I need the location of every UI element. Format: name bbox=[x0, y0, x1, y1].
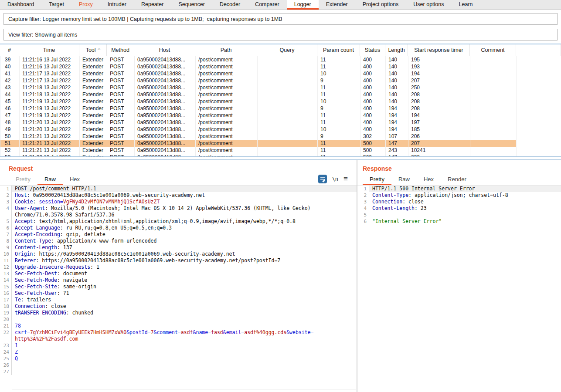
cell-time: 11:21:16 13 Jul 2022 bbox=[20, 56, 80, 63]
tab-proxy[interactable]: Proxy bbox=[71, 0, 100, 10]
column-header-comment[interactable]: Comment bbox=[470, 44, 516, 56]
request-tab-raw[interactable]: Raw bbox=[37, 174, 63, 185]
cell-start-response-timer: 208 bbox=[408, 98, 470, 105]
response-tab-pretty[interactable]: Pretty bbox=[363, 174, 391, 185]
response-editor[interactable]: 1HTTP/1.1 500 Internal Server Error2Cont… bbox=[357, 186, 561, 392]
line-content: Sec-Fetch-Dest: document bbox=[12, 270, 357, 277]
column-header-length[interactable]: Length bbox=[385, 44, 408, 56]
cell-comment bbox=[470, 147, 517, 154]
column-header-param-count[interactable]: Param count bbox=[317, 44, 360, 56]
cell-status: 400 bbox=[360, 112, 386, 119]
table-row[interactable]: 5311:21:22 13 Jul 2022ExtenderPOST0a9500… bbox=[0, 154, 561, 156]
tab-target[interactable]: Target bbox=[41, 0, 71, 10]
view-filter-bar[interactable]: View filter: Showing all items bbox=[3, 29, 558, 41]
column-header-time[interactable]: Time bbox=[19, 44, 79, 56]
tab-sequencer[interactable]: Sequencer bbox=[171, 0, 212, 10]
cell-tool: Extender bbox=[80, 154, 107, 156]
column-header-method[interactable]: Method bbox=[107, 44, 134, 56]
line-content: POST /post/comment HTTP/1.1 bbox=[12, 186, 357, 192]
text-segment: Content-Type bbox=[372, 192, 408, 198]
column-header-status[interactable]: Status bbox=[360, 44, 385, 56]
tab-decoder[interactable]: Decoder bbox=[212, 0, 248, 10]
cell-method: POST bbox=[107, 56, 135, 63]
column-label-tool: Tool bbox=[86, 47, 96, 53]
line-number: 1 bbox=[0, 186, 12, 192]
request-tab-pretty[interactable]: Pretty bbox=[9, 174, 37, 185]
cell-length: 140 bbox=[386, 63, 408, 70]
column-header-path[interactable]: Path bbox=[195, 44, 257, 56]
horizontal-splitter[interactable] bbox=[0, 156, 561, 160]
capture-filter-bar[interactable]: Capture filter: Logger memory limit set … bbox=[3, 13, 558, 25]
table-row-selected[interactable]: 5111:21:21 13 Jul 2022ExtenderPOST0a9500… bbox=[0, 140, 561, 147]
tab-repeater[interactable]: Repeater bbox=[134, 0, 171, 10]
text-segment: Host bbox=[15, 192, 27, 198]
column-header-tool[interactable]: Tool^ bbox=[79, 44, 107, 56]
response-tab-raw[interactable]: Raw bbox=[391, 174, 417, 185]
cell-start-response-timer: 207 bbox=[408, 77, 470, 84]
column-header-start-response-timer[interactable]: Start response timer bbox=[408, 44, 470, 56]
table-row[interactable]: 4111:21:17 13 Jul 2022ExtenderPOST0a9500… bbox=[0, 70, 561, 77]
tab-intruder[interactable]: Intruder bbox=[100, 0, 134, 10]
table-row[interactable]: 4811:21:20 13 Jul 2022ExtenderPOST0a9500… bbox=[0, 119, 561, 126]
cell-number: 42 bbox=[0, 77, 20, 84]
column-header-query[interactable]: Query bbox=[257, 44, 317, 56]
text-segment: : trailers bbox=[21, 297, 51, 303]
table-row[interactable]: 4011:21:16 13 Jul 2022ExtenderPOST0a9500… bbox=[0, 63, 561, 70]
cell-status: 400 bbox=[360, 105, 386, 112]
view-filter-text: View filter: Showing all items bbox=[8, 32, 77, 38]
line-content: Sec-Fetch-User: ?1 bbox=[12, 290, 357, 297]
cell-path: /post/comment bbox=[196, 105, 258, 112]
cell-query bbox=[258, 56, 318, 63]
cell-comment bbox=[470, 98, 517, 105]
response-tab-render[interactable]: Render bbox=[441, 174, 473, 185]
editor-line: 3Cookie: session=VgFWy4D2vMfON7vMNMhjQ1S… bbox=[0, 199, 357, 205]
table-row[interactable]: 4211:21:17 13 Jul 2022ExtenderPOST0a9500… bbox=[0, 77, 561, 84]
line-content: Accept-Encoding: gzip, deflate bbox=[12, 231, 357, 238]
tab-learn[interactable]: Learn bbox=[452, 0, 480, 10]
editor-menu-icon[interactable]: ≡ bbox=[343, 176, 348, 182]
newline-marker-icon[interactable]: \n bbox=[332, 176, 338, 182]
cell-start-response-timer: 185 bbox=[408, 126, 470, 133]
cell-param-count: 11 bbox=[318, 112, 360, 119]
cell-time: 11:21:20 13 Jul 2022 bbox=[20, 126, 80, 133]
tab-project-options[interactable]: Project options bbox=[355, 0, 406, 10]
tab-dashboard[interactable]: Dashboard bbox=[0, 0, 41, 10]
cell-number: 53 bbox=[0, 154, 20, 156]
table-row[interactable]: 5011:21:21 13 Jul 2022ExtenderPOST0a9500… bbox=[0, 133, 561, 140]
table-row[interactable]: 4611:21:19 13 Jul 2022ExtenderPOST0a9500… bbox=[0, 105, 561, 112]
table-row[interactable]: 4311:21:18 13 Jul 2022ExtenderPOST0a9500… bbox=[0, 84, 561, 91]
cell-method: POST bbox=[107, 147, 135, 154]
editor-line: 5 bbox=[357, 212, 561, 218]
word-wrap-icon[interactable] bbox=[318, 175, 327, 183]
line-content bbox=[369, 212, 561, 218]
request-tab-hex[interactable]: Hex bbox=[63, 174, 87, 185]
cell-param-count: 10 bbox=[318, 126, 360, 133]
tab-comparer[interactable]: Comparer bbox=[248, 0, 287, 10]
tab-user-options[interactable]: User options bbox=[406, 0, 451, 10]
cell-param-count: 9 bbox=[318, 77, 360, 84]
table-row[interactable]: 5211:21:21 13 Jul 2022ExtenderPOST0a9500… bbox=[0, 147, 561, 154]
column-header-number[interactable]: # bbox=[0, 44, 19, 56]
cell-time: 11:21:19 13 Jul 2022 bbox=[20, 98, 80, 105]
cell-path: /post/comment bbox=[196, 119, 258, 126]
text-segment: "Internal Server Error" bbox=[372, 218, 442, 224]
tab-extender[interactable]: Extender bbox=[319, 0, 355, 10]
table-row[interactable]: 4911:21:20 13 Jul 2022ExtenderPOST0a9500… bbox=[0, 126, 561, 133]
cell-query bbox=[258, 112, 318, 119]
text-segment: fasd bbox=[211, 329, 223, 335]
cell-start-response-timer: 207 bbox=[408, 140, 470, 147]
column-label-param-count: Param count bbox=[323, 47, 354, 53]
table-row[interactable]: 4711:21:19 13 Jul 2022ExtenderPOST0a9500… bbox=[0, 112, 561, 119]
column-header-host[interactable]: Host bbox=[134, 44, 195, 56]
text-segment: Content-Length bbox=[15, 244, 57, 250]
table-row[interactable]: 4411:21:18 13 Jul 2022ExtenderPOST0a9500… bbox=[0, 91, 561, 98]
table-row[interactable]: 3911:21:16 13 Jul 2022ExtenderPOST0a9500… bbox=[0, 56, 561, 63]
tab-logger[interactable]: Logger bbox=[287, 0, 319, 10]
line-content bbox=[12, 316, 357, 323]
cell-path: /post/comment bbox=[196, 98, 258, 105]
request-editor[interactable]: 1POST /post/comment HTTP/1.12Host: 0a950… bbox=[0, 186, 357, 392]
cell-query bbox=[258, 63, 318, 70]
editor-line: 4Content-Length: 23 bbox=[357, 205, 561, 212]
table-row[interactable]: 4511:21:19 13 Jul 2022ExtenderPOST0a9500… bbox=[0, 98, 561, 105]
response-tab-hex[interactable]: Hex bbox=[417, 174, 441, 185]
